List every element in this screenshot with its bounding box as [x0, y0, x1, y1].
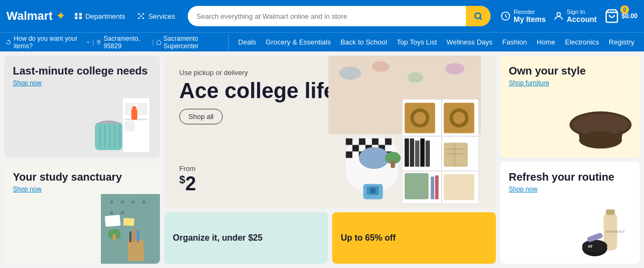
svg-point-45	[408, 72, 423, 83]
nav-electronics[interactable]: Electronics	[561, 36, 604, 48]
left-card-2-link[interactable]: Shop now	[13, 185, 151, 193]
svg-rect-95	[606, 210, 615, 215]
svg-point-98	[582, 240, 608, 252]
hero-card[interactable]: Use pickup or delivery Ace college life …	[164, 56, 496, 208]
svg-rect-81	[431, 177, 434, 199]
nav-top-toys[interactable]: Top Toys List	[392, 36, 441, 48]
svg-rect-25	[131, 109, 137, 120]
svg-point-70	[453, 112, 465, 124]
svg-point-8	[141, 15, 142, 17]
svg-point-32	[110, 211, 113, 214]
account-top-label: Sign In	[567, 9, 597, 15]
reorder-bottom-label: My Items	[514, 15, 546, 24]
svg-rect-50	[359, 138, 365, 145]
svg-rect-34	[128, 240, 144, 261]
svg-rect-80	[405, 173, 429, 199]
bottom-row: Organize it, under $25 Up to 65% off	[164, 212, 496, 264]
svg-point-67	[414, 112, 426, 124]
svg-point-86	[370, 188, 376, 193]
refresh-icon	[5, 39, 12, 46]
svg-rect-74	[420, 138, 425, 167]
search-bar	[188, 6, 491, 26]
svg-point-28	[110, 200, 113, 204]
account-area[interactable]: Sign In Account	[553, 9, 597, 24]
nav-back-to-school[interactable]: Back to School	[336, 36, 391, 48]
nav-registry[interactable]: Registry	[604, 36, 639, 48]
svg-rect-36	[133, 229, 135, 242]
svg-point-31	[142, 200, 145, 204]
right-card-1-link[interactable]: Shop furniture	[509, 79, 631, 87]
table-illustration	[566, 110, 635, 153]
departments-button[interactable]: Departments	[71, 8, 128, 25]
bottom-card-2[interactable]: Up to 65% off	[332, 212, 496, 264]
left-card-2[interactable]: Your study sanctuary Shop now	[4, 162, 160, 264]
svg-rect-53	[353, 145, 359, 151]
right-card-1[interactable]: Own your style Shop furniture	[500, 56, 640, 158]
services-button[interactable]: Services	[134, 8, 178, 25]
svg-rect-16	[137, 103, 148, 115]
svg-point-7	[143, 17, 144, 19]
left-card-1-link[interactable]: Shop now	[13, 79, 151, 87]
right-card-2-link[interactable]: Shop now	[509, 185, 631, 193]
header-right: Reorder My Items Sign In Account 0 $0.00	[500, 9, 638, 24]
svg-point-6	[138, 17, 140, 19]
svg-rect-37	[137, 230, 139, 242]
left-card-1-title: Last-minute college needs	[13, 64, 151, 77]
svg-rect-82	[435, 175, 438, 199]
shop-all-button[interactable]: Shop all	[179, 109, 223, 124]
nav-grocery[interactable]: Grocery & Essentials	[261, 36, 335, 48]
nav-home[interactable]: Home	[532, 36, 560, 48]
svg-rect-56	[346, 152, 353, 158]
logo[interactable]: Walmart ✦	[6, 9, 65, 23]
header: Walmart ✦ Departments Services Reorder M…	[0, 0, 644, 32]
svg-rect-2	[75, 17, 78, 19]
svg-rect-40	[105, 215, 121, 227]
bottom-card-2-title: Up to 65% off	[341, 233, 487, 243]
svg-rect-18	[125, 121, 135, 131]
left-column: Last-minute college needs Shop now	[4, 56, 160, 264]
pegboard-illustration	[74, 194, 160, 264]
svg-point-33	[121, 211, 124, 214]
svg-point-11	[557, 12, 561, 16]
right-card-2-title: Refresh your routine	[509, 170, 631, 183]
skincare-illustration: KRISTIN ELF elf	[576, 206, 635, 259]
right-card-1-title: Own your style	[509, 64, 631, 77]
left-card-2-title: Your study sanctuary	[13, 170, 151, 183]
svg-rect-72	[410, 138, 414, 167]
nav-fashion[interactable]: Fashion	[498, 36, 531, 48]
location-area[interactable]: How do you want your items? | Sacramento…	[5, 35, 229, 50]
reorder-area[interactable]: Reorder My Items	[500, 9, 546, 24]
svg-text:elf: elf	[588, 244, 593, 248]
account-bottom-label: Account	[567, 15, 597, 24]
shelf-illustration	[313, 56, 496, 208]
search-button[interactable]	[466, 6, 491, 26]
svg-point-5	[143, 13, 144, 14]
svg-point-91	[579, 131, 622, 148]
svg-line-10	[480, 18, 482, 19]
cart-area[interactable]: 0 $0.00	[604, 9, 638, 24]
svg-rect-75	[426, 140, 430, 167]
bottom-card-1[interactable]: Organize it, under $25	[164, 212, 328, 264]
nav-deals[interactable]: Deals	[234, 36, 260, 48]
svg-point-9	[475, 13, 481, 19]
svg-rect-73	[415, 140, 420, 167]
svg-rect-1	[79, 13, 82, 16]
location-pin-icon	[96, 39, 101, 46]
store-label: Sacramento Supercenter	[164, 35, 223, 50]
search-input[interactable]	[188, 7, 466, 26]
bottom-card-1-title: Organize it, under $25	[173, 233, 319, 243]
reorder-top-label: Reorder	[514, 9, 546, 15]
svg-rect-41	[123, 218, 135, 226]
hero-price-number: 2	[185, 173, 196, 195]
nav-wellness[interactable]: Wellness Days	[442, 36, 497, 48]
left-card-1[interactable]: Last-minute college needs Shop now	[4, 56, 160, 158]
svg-point-43	[339, 66, 361, 79]
svg-rect-19	[95, 123, 122, 150]
svg-point-30	[131, 200, 135, 204]
dollar-sign: $	[179, 174, 185, 185]
svg-rect-49	[346, 138, 353, 145]
svg-point-29	[121, 200, 124, 204]
logo-text: Walmart	[6, 9, 53, 23]
svg-point-13	[98, 41, 99, 42]
right-card-2[interactable]: Refresh your routine Shop now KRISTIN EL…	[500, 162, 640, 264]
